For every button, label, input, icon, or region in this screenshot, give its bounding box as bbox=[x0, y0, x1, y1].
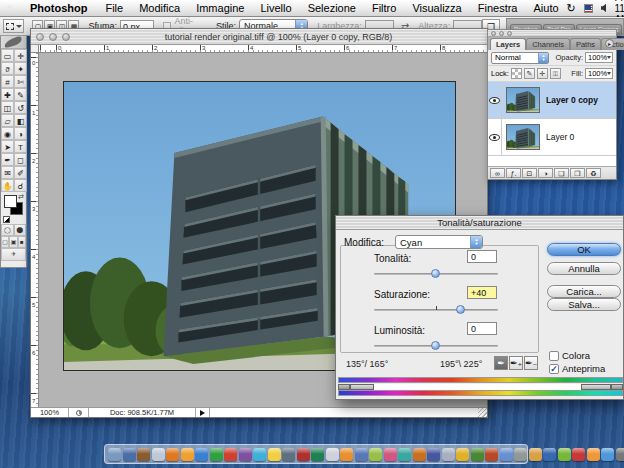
dock-app-icon[interactable] bbox=[413, 448, 426, 461]
notes-tool[interactable]: ✉ bbox=[1, 166, 14, 179]
eraser-tool[interactable]: ▱ bbox=[1, 114, 14, 127]
slider-thumb[interactable] bbox=[456, 305, 465, 314]
input-language-flag-icon[interactable] bbox=[584, 4, 593, 13]
dock-app-icon[interactable] bbox=[587, 448, 600, 461]
dock-app-icon[interactable] bbox=[456, 448, 469, 461]
menu-photoshop[interactable]: Photoshop bbox=[22, 2, 97, 14]
palette-close-button[interactable] bbox=[491, 31, 496, 36]
palette-minimize-button[interactable] bbox=[499, 31, 504, 36]
document-size-info[interactable]: Doc: 908.5K/1.77M bbox=[89, 408, 196, 417]
dodge-tool[interactable]: ◑ bbox=[14, 127, 27, 140]
tab-channels[interactable]: Channels bbox=[526, 38, 570, 50]
dock-app-icon[interactable] bbox=[572, 448, 585, 461]
dock-app-icon[interactable] bbox=[195, 448, 208, 461]
lightness-input[interactable]: 0 bbox=[467, 322, 497, 335]
sync-icon[interactable]: ↻ bbox=[567, 2, 576, 15]
dock-app-icon[interactable] bbox=[514, 448, 527, 461]
photoshop-feather-logo[interactable] bbox=[1, 36, 26, 49]
tab-layers[interactable]: Layers bbox=[490, 38, 526, 50]
blend-mode-popup[interactable]: Normal ▲▼ bbox=[491, 52, 549, 64]
fullscreen-button[interactable]: ■ bbox=[18, 236, 26, 248]
new-layer-button[interactable]: ❐ bbox=[570, 168, 585, 178]
volume-icon[interactable] bbox=[601, 4, 607, 13]
imageready-jump-button[interactable]: ✈ bbox=[1, 248, 26, 261]
slider-thumb[interactable] bbox=[431, 269, 440, 278]
path-selection-tool[interactable]: ➤ bbox=[1, 140, 14, 153]
menu-finestra[interactable]: Finestra bbox=[470, 2, 526, 14]
history-brush-tool[interactable]: ↺ bbox=[14, 101, 27, 114]
dock-app-icon[interactable] bbox=[108, 448, 121, 461]
dock-app-icon[interactable] bbox=[558, 448, 571, 461]
ok-button[interactable]: OK bbox=[547, 243, 621, 256]
fill-value[interactable]: 100% bbox=[585, 68, 613, 79]
shape-tool[interactable]: ◻ bbox=[14, 153, 27, 166]
menu-visualizza[interactable]: Visualizza bbox=[404, 2, 469, 14]
layer-name[interactable]: Layer 0 bbox=[546, 132, 574, 142]
delete-layer-button[interactable]: ♻ bbox=[586, 168, 601, 178]
dock-app-icon[interactable] bbox=[529, 448, 542, 461]
move-tool[interactable]: ✛ bbox=[14, 49, 27, 62]
standard-screen-button[interactable]: ▢ bbox=[1, 236, 9, 248]
palette-title-bar[interactable] bbox=[488, 30, 616, 37]
rectangular-marquee-tool[interactable]: ▭ bbox=[1, 49, 14, 62]
hue-input[interactable]: 0 bbox=[467, 250, 497, 263]
magic-wand-tool[interactable]: ✦ bbox=[14, 62, 27, 75]
menu-aiuto[interactable]: Aiuto bbox=[525, 2, 566, 14]
lock-transparency-button[interactable] bbox=[511, 68, 522, 79]
dock-app-icon[interactable] bbox=[500, 448, 513, 461]
hand-tool[interactable]: ✋ bbox=[1, 179, 14, 192]
dock-app-icon[interactable] bbox=[137, 448, 150, 461]
layer-thumbnail[interactable] bbox=[506, 124, 540, 150]
brush-tool[interactable]: ✎ bbox=[14, 88, 27, 101]
visibility-toggle[interactable] bbox=[488, 82, 502, 118]
dock-app-icon[interactable] bbox=[253, 448, 266, 461]
layer-mask-button[interactable]: ⊡ bbox=[522, 168, 537, 178]
palette-menu-icon[interactable]: ▸ bbox=[605, 39, 614, 48]
palette-zoom-button[interactable] bbox=[507, 31, 512, 36]
dock-app-icon[interactable] bbox=[181, 448, 194, 461]
dock-app-icon[interactable] bbox=[297, 448, 310, 461]
slice-tool[interactable]: ✄ bbox=[14, 75, 27, 88]
colorize-checkbox[interactable] bbox=[549, 351, 559, 361]
save-button[interactable]: Salva... bbox=[547, 298, 621, 311]
eyedropper-subtract-button[interactable]: ✒₋ bbox=[524, 356, 538, 370]
hue-slider[interactable] bbox=[374, 269, 498, 279]
default-colors-icon[interactable] bbox=[3, 216, 10, 223]
dock-app-icon[interactable] bbox=[442, 448, 455, 461]
resize-grip[interactable] bbox=[478, 408, 487, 417]
quick-mask-mode-button[interactable]: ⬤ bbox=[14, 224, 27, 236]
pen-tool[interactable]: ✒ bbox=[1, 153, 14, 166]
layer-name[interactable]: Layer 0 copy bbox=[546, 95, 598, 105]
load-button[interactable]: Carica... bbox=[547, 285, 621, 298]
clone-stamp-tool[interactable]: ◫ bbox=[1, 101, 14, 114]
dock-app-icon[interactable] bbox=[543, 448, 556, 461]
dock-app-icon[interactable] bbox=[311, 448, 324, 461]
dock-app-icon[interactable] bbox=[268, 448, 281, 461]
zoom-window-button[interactable] bbox=[62, 33, 70, 41]
layer-thumbnail[interactable] bbox=[506, 87, 540, 113]
dock-app-icon[interactable] bbox=[601, 448, 614, 461]
dock-app-icon[interactable] bbox=[616, 448, 624, 461]
menu-file[interactable]: File bbox=[97, 2, 131, 14]
saturation-slider[interactable] bbox=[374, 305, 498, 315]
healing-brush-tool[interactable]: ✚ bbox=[1, 88, 14, 101]
lock-position-button[interactable]: ✛ bbox=[537, 68, 548, 79]
minimize-window-button[interactable] bbox=[49, 33, 57, 41]
status-menu-arrow-icon[interactable] bbox=[196, 408, 210, 417]
tool-preset-picker[interactable] bbox=[3, 19, 24, 33]
lock-pixels-button[interactable]: ✎ bbox=[524, 68, 535, 79]
opacity-value[interactable]: 100% bbox=[585, 52, 613, 63]
document-title-bar[interactable]: tutorial render original.tiff @ 100% (La… bbox=[31, 29, 487, 45]
lasso-tool[interactable]: ϑ bbox=[1, 62, 14, 75]
slider-thumb[interactable] bbox=[431, 341, 440, 350]
dock-app-icon[interactable] bbox=[398, 448, 411, 461]
dock-app-icon[interactable] bbox=[471, 448, 484, 461]
eyedropper-tool[interactable]: ✐ bbox=[14, 166, 27, 179]
dock-app-icon[interactable] bbox=[427, 448, 440, 461]
dock-app-icon[interactable] bbox=[239, 448, 252, 461]
layer-group-button[interactable]: ❏ bbox=[554, 168, 569, 178]
dock-app-icon[interactable] bbox=[326, 448, 339, 461]
layer-row-layer-0-copy[interactable]: Layer 0 copy bbox=[488, 82, 616, 119]
eyedropper-sample-button[interactable]: ✒ bbox=[494, 356, 508, 370]
swap-colors-icon[interactable]: ⇄ bbox=[18, 193, 24, 201]
